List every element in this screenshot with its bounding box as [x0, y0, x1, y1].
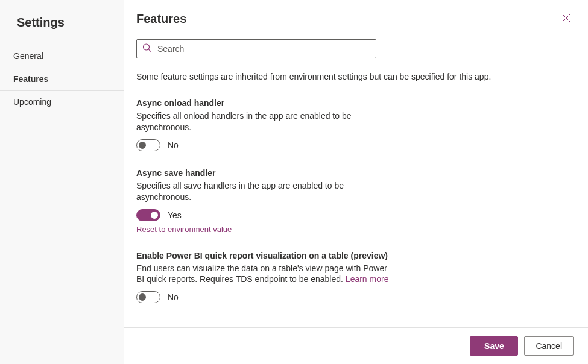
toggle-state-label: Yes — [168, 210, 182, 220]
feature-title: Enable Power BI quick report visualizati… — [136, 251, 390, 260]
page-title: Features — [136, 12, 571, 26]
sidebar-title: Settings — [0, 11, 124, 45]
main-panel: Features Some feature settings are inher… — [124, 0, 588, 364]
feature-toggle-row: No — [136, 139, 390, 151]
close-button[interactable] — [561, 13, 571, 25]
save-button[interactable]: Save — [470, 336, 518, 356]
content-area: Features Some feature settings are inher… — [124, 0, 588, 327]
reset-to-environment-link[interactable]: Reset to environment value — [136, 225, 232, 234]
feature-toggle-row: Yes — [136, 209, 390, 221]
feature-async-onload: Async onload handler Specifies all onloa… — [136, 98, 390, 151]
feature-description: Specifies all onload handlers in the app… — [136, 110, 390, 133]
sidebar-item-upcoming[interactable]: Upcoming — [0, 91, 124, 114]
toggle-async-onload[interactable] — [136, 139, 160, 151]
feature-toggle-row: No — [136, 291, 390, 303]
search-field-wrap — [136, 39, 376, 58]
close-icon — [561, 13, 571, 23]
feature-async-save: Async save handler Specifies all save ha… — [136, 168, 390, 234]
sidebar-item-general[interactable]: General — [0, 45, 124, 68]
cancel-button[interactable]: Cancel — [524, 336, 574, 356]
feature-title: Async save handler — [136, 168, 390, 178]
dialog-footer: Save Cancel — [124, 327, 588, 364]
toggle-state-label: No — [168, 292, 179, 302]
feature-title: Async onload handler — [136, 98, 390, 108]
settings-sidebar: Settings General Features Upcoming — [0, 0, 124, 364]
feature-powerbi-quick-report: Enable Power BI quick report visualizati… — [136, 251, 390, 304]
toggle-state-label: No — [168, 140, 179, 150]
toggle-async-save[interactable] — [136, 209, 160, 221]
learn-more-link[interactable]: Learn more — [346, 274, 389, 284]
intro-text: Some feature settings are inherited from… — [136, 72, 571, 81]
search-input[interactable] — [136, 39, 376, 58]
feature-description: Specifies all save handlers in the app a… — [136, 180, 390, 203]
toggle-powerbi-quick-report[interactable] — [136, 291, 160, 303]
sidebar-item-features[interactable]: Features — [0, 68, 124, 91]
feature-description: End users can visualize the data on a ta… — [136, 263, 390, 286]
